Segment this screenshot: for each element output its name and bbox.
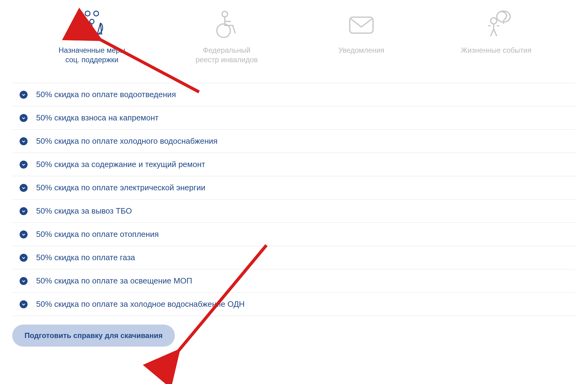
list-item[interactable]: 50% скидка по оплате холодного водоснабж…	[12, 130, 576, 153]
svg-point-3	[222, 11, 228, 17]
chevron-down-icon	[20, 254, 28, 262]
svg-point-6	[491, 18, 497, 24]
list-item[interactable]: 50% скидка за вывоз ТБО	[12, 200, 576, 223]
actions-bar: Подготовить справку для скачивания	[12, 325, 576, 347]
benefit-label: 50% скидка по оплате электрической энерг…	[36, 183, 205, 192]
svg-point-4	[217, 24, 230, 37]
list-item[interactable]: 50% скидка по оплате за освещение МОП	[12, 269, 576, 293]
tab-bar: Назначенные мерысоц. поддержки Федеральн…	[12, 9, 576, 64]
chevron-down-icon	[20, 184, 28, 192]
benefit-label: 50% скидка по оплате за освещение МОП	[36, 276, 192, 286]
tab-disability-registry[interactable]: Федеральныйреестр инвалидов	[184, 9, 270, 64]
svg-point-2	[90, 19, 94, 24]
svg-point-1	[94, 11, 99, 16]
benefit-label: 50% скидка за вывоз ТБО	[36, 206, 132, 216]
chevron-down-icon	[20, 161, 28, 169]
svg-rect-5	[350, 17, 373, 33]
envelope-icon	[346, 9, 377, 40]
chevron-down-icon	[20, 207, 28, 215]
tab-label: Федеральныйреестр инвалидов	[195, 45, 258, 64]
list-item[interactable]: 50% скидка по оплате электрической энерг…	[12, 176, 576, 200]
benefit-label: 50% скидка за содержание и текущий ремон…	[36, 160, 205, 169]
list-item[interactable]: 50% скидка взноса на капремонт	[12, 106, 576, 130]
chevron-down-icon	[20, 277, 28, 285]
wheelchair-icon	[211, 9, 242, 40]
list-item[interactable]: 50% скидка по оплате газа	[12, 246, 576, 269]
question-person-icon	[481, 9, 511, 40]
tab-label: Назначенные мерысоц. поддержки	[58, 45, 125, 64]
chevron-down-icon	[20, 230, 28, 238]
list-item[interactable]: 50% скидка по оплате за холодное водосна…	[12, 293, 576, 316]
family-support-icon	[77, 9, 107, 40]
chevron-down-icon	[20, 114, 28, 122]
chevron-down-icon	[20, 91, 28, 99]
benefits-list: 50% скидка по оплате водоотведения 50% с…	[12, 83, 576, 316]
tab-label: Уведомления	[338, 45, 384, 55]
benefit-label: 50% скидка по оплате водоотведения	[36, 90, 176, 99]
tab-life-events[interactable]: Жизненные события	[453, 9, 539, 55]
benefit-label: 50% скидка по оплате отопления	[36, 230, 159, 239]
tab-label: Жизненные события	[461, 45, 532, 55]
benefit-label: 50% скидка по оплате холодного водоснабж…	[36, 136, 217, 146]
list-item[interactable]: 50% скидка за содержание и текущий ремон…	[12, 153, 576, 176]
list-item[interactable]: 50% скидка по оплате водоотведения	[12, 83, 576, 106]
tab-notifications[interactable]: Уведомления	[318, 9, 404, 55]
benefit-label: 50% скидка по оплате газа	[36, 253, 135, 262]
benefit-label: 50% скидка взноса на капремонт	[36, 113, 159, 123]
chevron-down-icon	[20, 300, 28, 308]
tab-social-support[interactable]: Назначенные мерысоц. поддержки	[49, 9, 135, 64]
list-item[interactable]: 50% скидка по оплате отопления	[12, 223, 576, 246]
svg-point-7	[503, 23, 504, 24]
svg-point-0	[85, 11, 90, 16]
benefit-label: 50% скидка по оплате за холодное водосна…	[36, 299, 245, 309]
chevron-down-icon	[20, 137, 28, 145]
download-certificate-button[interactable]: Подготовить справку для скачивания	[12, 325, 175, 347]
